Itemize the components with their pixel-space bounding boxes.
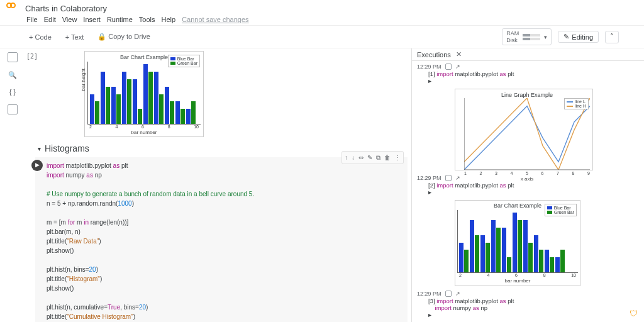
resource-indicator[interactable]: RAM Disk ▾ <box>502 28 552 45</box>
snippets-icon[interactable]: { } <box>9 88 16 96</box>
menu-help[interactable]: Help <box>162 16 176 23</box>
toc-icon[interactable] <box>8 52 18 62</box>
executions-title: Executions <box>417 51 451 58</box>
line-chart-output: Line Graph Example line L line H 1234567… <box>455 89 593 170</box>
cell-index: [2] <box>26 53 38 60</box>
legend: Blue Bar Green Bar <box>168 55 200 67</box>
menu-edit[interactable]: Edit <box>44 16 56 23</box>
collapse-arrow-icon[interactable]: ▾ <box>38 145 41 152</box>
files-icon[interactable] <box>8 104 18 114</box>
collapse-header-button[interactable]: ˄ <box>605 31 619 43</box>
link-icon[interactable]: ⇔ <box>358 153 364 162</box>
close-icon[interactable]: ✕ <box>456 50 462 58</box>
bar-chart-output: Bar Chart Example Blue Bar Green Bar bar… <box>84 51 204 137</box>
bar-chart-output-panel: Bar Chart Example Blue Bar Green Bar 2 4… <box>455 200 580 286</box>
copy-drive-button[interactable]: 🔒 Copy to Drive <box>94 31 154 42</box>
executions-panel: Executions ✕ 12:29 PM↗ [1] import matplo… <box>411 48 644 322</box>
goto-cell-icon[interactable]: ↗ <box>455 175 460 181</box>
cell-toolbar: ↑ ↓ ⇔ ✎ ⧉ 🗑 ⋮ <box>341 151 404 164</box>
code-cell[interactable]: ▶ ↑ ↓ ⇔ ✎ ⧉ 🗑 ⋮ import matplotlib.pyplot… <box>35 157 408 322</box>
run-cell-button[interactable]: ▶ <box>31 160 43 171</box>
menu-view[interactable]: View <box>62 16 77 23</box>
notebook-area[interactable]: [2] Bar Chart Example Blue Bar Green Bar… <box>25 48 411 322</box>
add-code-button[interactable]: + Code <box>25 32 55 42</box>
search-icon[interactable]: 🔍 <box>8 71 17 79</box>
move-down-icon[interactable]: ↓ <box>352 153 355 162</box>
tab-icon[interactable] <box>445 291 452 297</box>
delete-icon[interactable]: 🗑 <box>384 153 391 162</box>
goto-cell-icon[interactable]: ↗ <box>455 291 460 297</box>
more-icon[interactable]: ⋮ <box>394 153 401 162</box>
add-text-button[interactable]: + Text <box>62 32 87 42</box>
menu-file[interactable]: File <box>26 16 38 23</box>
move-up-icon[interactable]: ↑ <box>345 153 348 162</box>
doc-title[interactable]: Charts in Colaboratory <box>25 4 107 13</box>
feedback-icon[interactable]: 🛡 <box>630 309 638 318</box>
mirror-icon[interactable]: ⧉ <box>376 153 380 162</box>
left-rail: 🔍 { } <box>0 48 25 322</box>
editing-mode-button[interactable]: ✎ Editing <box>558 31 599 43</box>
menu-insert[interactable]: Insert <box>83 16 101 23</box>
save-status: Cannot save changes <box>182 16 248 23</box>
comment-icon[interactable]: ✎ <box>367 153 372 162</box>
menu-tools[interactable]: Tools <box>139 16 155 23</box>
tab-icon[interactable] <box>445 64 452 70</box>
colab-logo <box>6 3 20 14</box>
menu-runtime[interactable]: Runtime <box>107 16 133 23</box>
tab-icon[interactable] <box>445 175 452 181</box>
goto-cell-icon[interactable]: ↗ <box>455 64 460 70</box>
menu-bar: File Edit View Insert Runtime Tools Help… <box>0 14 644 25</box>
